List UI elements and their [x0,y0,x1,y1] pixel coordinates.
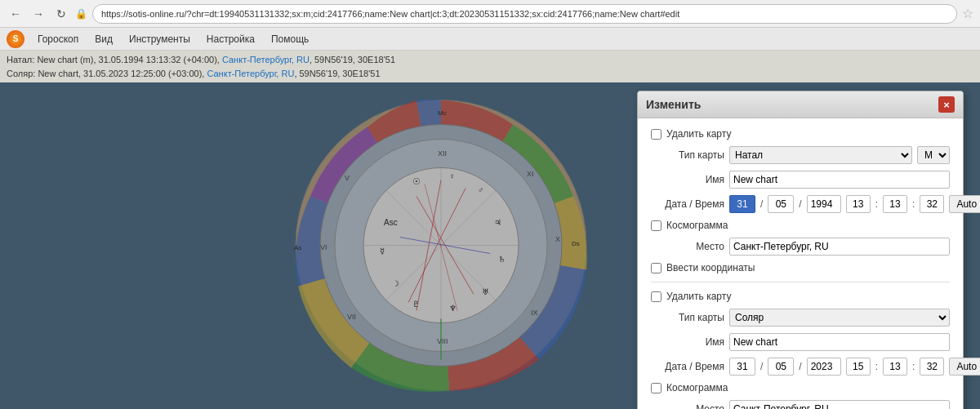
delete-chart-1-label: Удалить карту [666,128,731,140]
section2: Удалить карту Тип карты Соляр Имя [651,291,950,409]
menu-help[interactable]: Помощь [265,32,315,47]
cosmogram-2-row: Космограмма [651,382,950,393]
date-sep-1a: / [760,198,763,210]
app-logo: S [7,30,24,48]
chart-info-bar: Натал: New chart (m), 31.05.1994 13:13:3… [0,51,980,82]
browser-bar: ← → ↻ 🔒 ☆ [0,0,980,28]
natal-coords: 59N56'19, 30E18'51 [314,55,395,64]
minute-2-input[interactable] [883,358,907,376]
date-sep-1b: / [799,198,801,210]
year-2-input[interactable] [807,358,841,376]
second-1-input[interactable] [920,195,944,213]
place-2-input[interactable] [729,400,950,409]
natal-info-text: Натал: New chart (m), 31.05.1994 13:13:3… [7,55,220,64]
place-1-label: Место [651,241,724,252]
cosmogram-1-row: Космограмма [651,220,950,231]
auto-2-select[interactable]: Auto [949,358,980,376]
coords-1-checkbox[interactable] [651,263,662,273]
delete-chart-1-row: Удалить карту [651,128,950,140]
time-sep-1b: : [912,198,915,210]
menu-settings[interactable]: Настройка [200,32,261,47]
delete-chart-2-checkbox[interactable] [651,291,662,302]
section-divider [651,282,950,282]
modal-header: Изменить × [638,91,963,118]
cosmogram-1-label: Космограмма [666,220,728,231]
month-1-input[interactable] [768,195,794,213]
day-1-input[interactable] [729,195,755,213]
menu-view[interactable]: Вид [88,32,119,47]
name-1-input[interactable] [729,171,950,189]
datetime-2-label: Дата / Время [651,361,724,372]
modal-body: Удалить карту Тип карты Натал M [638,118,963,409]
auto-1-select[interactable]: Auto [949,195,980,213]
time-sep-2b: : [912,361,915,372]
solar-place-link[interactable]: Санкт-Петербург, RU [207,69,294,78]
hour-2-input[interactable] [846,358,871,376]
hour-1-input[interactable] [846,195,871,213]
card-type-2-label: Тип карты [651,312,724,323]
date-sep-2b: / [799,361,801,372]
datetime-2-row: Дата / Время / / : : Auto [651,358,950,376]
minute-1-input[interactable] [883,195,907,213]
modal-close-button[interactable]: × [938,96,955,113]
gender-select[interactable]: M [917,146,950,164]
coords-1-row: Ввести координаты [651,262,950,273]
cosmogram-1-checkbox[interactable] [651,220,662,231]
datetime-1-row: Дата / Время / / : : Auto [651,195,950,213]
modal-overlay: Изменить × Удалить карту Тип карты [0,82,980,409]
forward-button[interactable]: → [29,5,47,23]
second-2-input[interactable] [920,358,944,376]
edit-modal: Изменить × Удалить карту Тип карты [637,91,964,409]
back-button[interactable]: ← [7,5,24,23]
bookmark-button[interactable]: ☆ [962,6,973,21]
name-1-row: Имя [651,171,950,189]
year-1-input[interactable] [807,195,841,213]
solar-info-text: Соляр: New chart, 31.05.2023 12:25:00 (+… [7,69,204,78]
section1: Удалить карту Тип карты Натал M [651,128,950,273]
card-type-2-row: Тип карты Соляр [651,309,950,327]
name-2-label: Имя [651,336,724,348]
menu-tools[interactable]: Инструменты [122,32,197,47]
solar-coords: 59N56'19, 30E18'51 [300,69,381,78]
month-2-input[interactable] [768,358,794,376]
modal-title: Изменить [646,98,701,111]
date-sep-2a: / [760,361,763,372]
delete-chart-2-label: Удалить карту [666,291,731,302]
refresh-button[interactable]: ↻ [52,5,70,23]
datetime-1-label: Дата / Время [651,198,724,210]
delete-chart-1-checkbox[interactable] [651,129,662,140]
cosmogram-2-checkbox[interactable] [651,383,662,393]
name-2-row: Имя [651,333,950,351]
url-input[interactable] [92,4,957,24]
menu-horoscope[interactable]: Гороскоп [31,32,85,47]
time-sep-2a: : [875,361,878,372]
place-1-row: Место [651,238,950,256]
day-2-input[interactable] [729,358,755,376]
place-1-input[interactable] [729,238,950,256]
place-2-label: Место [651,403,724,409]
lock-icon: 🔒 [75,8,87,20]
card-type-2-select[interactable]: Соляр [729,309,950,327]
delete-chart-2-row: Удалить карту [651,291,950,302]
card-type-1-select[interactable]: Натал [729,146,912,164]
card-type-1-row: Тип карты Натал M [651,146,950,164]
app-toolbar: S Гороскоп Вид Инструменты Настройка Пом… [0,28,980,51]
natal-place-link[interactable]: Санкт-Петербург, RU [222,55,310,64]
time-sep-1a: : [875,198,878,210]
name-2-input[interactable] [729,333,950,351]
cosmogram-2-label: Космограмма [666,382,728,393]
place-2-row: Место [651,400,950,409]
coords-1-label: Ввести координаты [666,262,755,273]
name-1-label: Имя [651,174,724,185]
card-type-1-label: Тип карты [651,149,724,161]
main-content: ☉ ♀ ♂ ♃ ♄ ♅ ♆ ♇ ☽ ☿ Asc XII XI X IX VIII… [0,82,980,409]
